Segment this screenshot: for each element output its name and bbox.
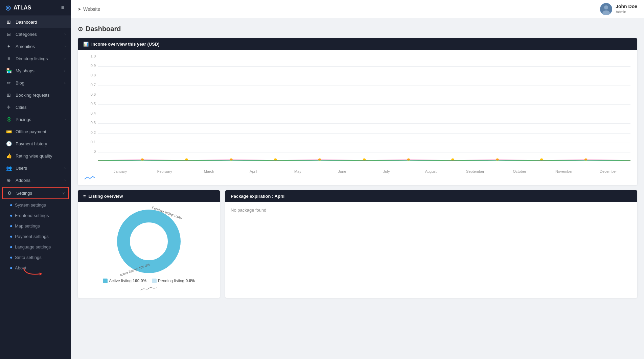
offline-payment-icon: 💳 (5, 129, 12, 134)
sidebar-item-pricings[interactable]: 💲 Pricings › (0, 113, 71, 125)
logo-icon: ◎ (5, 4, 11, 11)
sub-dot-icon (10, 236, 12, 238)
x-label: September (453, 169, 497, 173)
sidebar-item-my-shops[interactable]: 🏪 My shops › (0, 65, 71, 77)
chevron-right-icon: › (64, 178, 66, 182)
sidebar-item-categories[interactable]: ⊟ Categories › (0, 28, 71, 40)
x-label: April (231, 169, 276, 173)
blog-icon: ✏ (5, 80, 12, 86)
income-chart-title: Income overview this year (USD) (91, 42, 160, 47)
x-label: July (364, 169, 409, 173)
sidebar-subitem-system-settings[interactable]: System settings (0, 200, 71, 210)
x-label: January (98, 169, 142, 173)
svg-point-14 (584, 158, 588, 161)
x-label: May (276, 169, 320, 173)
listing-overview-header: ≡ Listing overview (78, 190, 220, 202)
amenities-icon: ✦ (5, 44, 12, 49)
main-content: ➤ Website John Doe Admin ⊙ Dashboard (71, 0, 644, 359)
sidebar-item-amenities[interactable]: ✦ Amenities › (0, 40, 71, 52)
sidebar-item-label: Categories (16, 32, 64, 37)
sidebar-item-label: Amenities (16, 44, 64, 49)
page-content: ⊙ Dashboard 📊 Income overview this year … (71, 18, 644, 359)
sidebar-item-label: Offline payment (16, 129, 66, 134)
page-title: ⊙ Dashboard (78, 25, 637, 33)
sidebar-item-users[interactable]: 👥 Users › (0, 162, 71, 174)
website-link[interactable]: ➤ Website (78, 6, 100, 12)
subitem-label: Smtp settings (15, 255, 42, 260)
chart-lines-svg (98, 57, 630, 162)
income-chart-header: 📊 Income overview this year (USD) (78, 38, 637, 50)
subitem-label: About (15, 265, 26, 270)
line-chart-wrap: 1.0 0.9 0.8 0.7 0.6 0.5 0.4 0.3 0.2 0.1 … (81, 53, 634, 175)
sub-dot-icon (10, 225, 12, 227)
sidebar-item-blog[interactable]: ✏ Blog › (0, 77, 71, 89)
sidebar-subitem-smtp-settings[interactable]: Smtp settings (0, 252, 71, 263)
bottom-row: ≡ Listing overview Pending listing: 0.0 (78, 190, 637, 303)
package-expiration-card: Package expiration : April No package fo… (225, 190, 637, 298)
about-item-wrap: About (0, 263, 71, 273)
sidebar-subitem-payment-settings[interactable]: Payment settings (0, 231, 71, 242)
donut-legend: Active listing 100.0% Pending listing 0.… (103, 279, 195, 283)
sidebar-header: ◎ ATLAS ≡ (0, 0, 71, 16)
svg-point-6 (230, 158, 233, 161)
website-arrow-icon: ➤ (78, 7, 81, 11)
addons-icon: ⊕ (5, 177, 12, 183)
sidebar-item-payment-history[interactable]: 🕐 Payment history (0, 138, 71, 150)
booking-requests-icon: ⊞ (5, 92, 12, 98)
subitem-label: Language settings (15, 244, 51, 249)
x-label: August (409, 169, 453, 173)
chart-legend-icon (85, 175, 95, 181)
sidebar-item-rating-wise-quality[interactable]: 👍 Rating wise quality (0, 150, 71, 162)
package-header-title: Package expiration : April (231, 194, 284, 199)
sidebar-item-label: My shops (16, 68, 64, 73)
dashboard-icon: ⊞ (5, 19, 12, 25)
sub-dot-icon (10, 267, 12, 269)
chart-legend-area (81, 175, 634, 183)
users-icon: 👥 (5, 165, 12, 171)
x-label: June (320, 169, 364, 173)
active-listing-label: Active listing (109, 279, 132, 283)
active-legend-dot (103, 279, 108, 283)
x-label: October (498, 169, 542, 173)
hamburger-button[interactable]: ≡ (60, 4, 66, 11)
sub-dot-icon (10, 215, 12, 217)
no-package-text: No package found (231, 208, 267, 213)
sidebar-item-directory-listings[interactable]: ≡ Directory listings › (0, 52, 71, 65)
sidebar-item-booking-requests[interactable]: ⊞ Booking requests (0, 89, 71, 101)
sidebar-item-label: Payment history (16, 141, 66, 146)
package-expiration-header: Package expiration : April (225, 190, 637, 202)
sidebar-item-dashboard[interactable]: ⊞ Dashboard (0, 16, 71, 28)
sidebar-subitem-frontend-settings[interactable]: Frontend settings (0, 210, 71, 221)
sidebar-item-cities[interactable]: ✈ Cities (0, 101, 71, 113)
svg-point-16 (132, 224, 166, 258)
sub-dot-icon (10, 246, 12, 248)
sidebar-item-label: Blog (16, 80, 64, 86)
sidebar-subitem-about[interactable]: About (0, 263, 71, 273)
user-role: Admin (616, 9, 637, 14)
sidebar-item-label: Cities (16, 105, 66, 110)
donut-chart: Pending listing: 0.0% Active listing: 10… (115, 208, 183, 275)
pending-listing-value: 0.0% (185, 279, 194, 283)
chevron-right-icon: › (64, 44, 66, 48)
listing-icon: ≡ (83, 194, 86, 199)
x-label: December (586, 169, 630, 173)
user-name: John Doe (616, 3, 637, 9)
svg-point-12 (496, 158, 499, 161)
listing-overview-card: ≡ Listing overview Pending listing: 0.0 (78, 190, 220, 298)
sidebar-item-offline-payment[interactable]: 💳 Offline payment (0, 125, 71, 138)
settings-icon: ⚙ (6, 190, 13, 196)
website-label: Website (83, 6, 100, 12)
sidebar-subitem-map-settings[interactable]: Map settings (0, 221, 71, 231)
sidebar-item-label: Rating wise quality (16, 153, 66, 159)
x-label: November (542, 169, 586, 173)
chart-icon: 📊 (83, 42, 89, 47)
topbar: ➤ Website John Doe Admin (71, 0, 644, 18)
sidebar-item-settings[interactable]: ⚙ Settings ∨ (2, 187, 69, 199)
avatar (600, 3, 612, 15)
sidebar-item-addons[interactable]: ⊕ Addons › (0, 174, 71, 186)
sidebar-subitem-language-settings[interactable]: Language settings (0, 242, 71, 252)
active-listing-legend: Active listing 100.0% (103, 279, 146, 283)
chevron-right-icon: › (64, 117, 66, 121)
pending-listing-label: Pending listing (158, 279, 184, 283)
chevron-down-icon: ∨ (62, 191, 65, 195)
